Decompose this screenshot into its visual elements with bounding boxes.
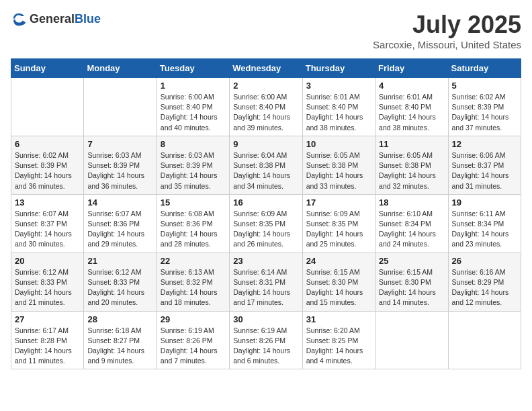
- calendar-cell: 27Sunrise: 6:17 AMSunset: 8:28 PMDayligh…: [11, 311, 84, 369]
- day-number: 31: [306, 314, 371, 324]
- day-number: 1: [161, 81, 226, 91]
- calendar-cell: 19Sunrise: 6:11 AMSunset: 8:34 PMDayligh…: [448, 194, 521, 253]
- weekday-header-friday: Friday: [375, 59, 448, 78]
- day-number: 3: [306, 81, 371, 91]
- calendar-cell: 9Sunrise: 6:04 AMSunset: 8:38 PMDaylight…: [230, 136, 302, 194]
- day-info: Sunrise: 6:01 AMSunset: 8:40 PMDaylight:…: [306, 92, 371, 133]
- logo-general-text: GeneralBlue: [30, 12, 101, 26]
- day-info: Sunrise: 6:15 AMSunset: 8:30 PMDaylight:…: [306, 267, 371, 308]
- calendar-cell: [448, 311, 521, 369]
- day-number: 18: [379, 197, 444, 208]
- sub-title: Sarcoxie, Missouri, United States: [373, 39, 521, 50]
- day-number: 20: [15, 256, 80, 266]
- day-number: 6: [15, 139, 80, 149]
- day-info: Sunrise: 6:11 AMSunset: 8:34 PMDaylight:…: [452, 209, 517, 250]
- weekday-header-sunday: Sunday: [11, 59, 84, 78]
- calendar-cell: 13Sunrise: 6:07 AMSunset: 8:37 PMDayligh…: [11, 194, 84, 253]
- day-info: Sunrise: 6:02 AMSunset: 8:39 PMDaylight:…: [452, 92, 517, 133]
- calendar-cell: [375, 311, 448, 369]
- calendar-cell: 6Sunrise: 6:02 AMSunset: 8:39 PMDaylight…: [11, 136, 84, 194]
- day-number: 12: [452, 139, 517, 149]
- day-info: Sunrise: 6:04 AMSunset: 8:38 PMDaylight:…: [233, 150, 298, 191]
- day-info: Sunrise: 6:07 AMSunset: 8:37 PMDaylight:…: [15, 209, 80, 250]
- day-info: Sunrise: 6:13 AMSunset: 8:32 PMDaylight:…: [161, 267, 226, 308]
- calendar-cell: 14Sunrise: 6:07 AMSunset: 8:36 PMDayligh…: [84, 194, 157, 253]
- calendar-cell: 7Sunrise: 6:03 AMSunset: 8:39 PMDaylight…: [84, 136, 157, 194]
- day-number: 11: [379, 139, 444, 149]
- calendar-cell: 17Sunrise: 6:09 AMSunset: 8:35 PMDayligh…: [302, 194, 375, 253]
- day-info: Sunrise: 6:08 AMSunset: 8:36 PMDaylight:…: [161, 209, 226, 250]
- day-number: 14: [87, 197, 152, 208]
- calendar-cell: 31Sunrise: 6:20 AMSunset: 8:25 PMDayligh…: [302, 311, 375, 369]
- day-info: Sunrise: 6:01 AMSunset: 8:40 PMDaylight:…: [379, 92, 444, 133]
- calendar-cell: 4Sunrise: 6:01 AMSunset: 8:40 PMDaylight…: [375, 78, 448, 136]
- day-number: 7: [87, 139, 152, 149]
- calendar-cell: 3Sunrise: 6:01 AMSunset: 8:40 PMDaylight…: [302, 78, 375, 136]
- day-info: Sunrise: 6:19 AMSunset: 8:26 PMDaylight:…: [161, 326, 226, 367]
- weekday-header-tuesday: Tuesday: [157, 59, 229, 78]
- day-info: Sunrise: 6:05 AMSunset: 8:38 PMDaylight:…: [379, 150, 444, 191]
- logo-icon: [11, 11, 27, 27]
- calendar-cell: 18Sunrise: 6:10 AMSunset: 8:34 PMDayligh…: [375, 194, 448, 253]
- title-block: July 2025 Sarcoxie, Missouri, United Sta…: [373, 11, 521, 50]
- day-info: Sunrise: 6:09 AMSunset: 8:35 PMDaylight:…: [233, 209, 298, 250]
- day-info: Sunrise: 6:10 AMSunset: 8:34 PMDaylight:…: [379, 209, 444, 250]
- day-info: Sunrise: 6:03 AMSunset: 8:39 PMDaylight:…: [87, 150, 152, 191]
- calendar-cell: 28Sunrise: 6:18 AMSunset: 8:27 PMDayligh…: [84, 311, 157, 369]
- day-info: Sunrise: 6:15 AMSunset: 8:30 PMDaylight:…: [379, 267, 444, 308]
- day-info: Sunrise: 6:00 AMSunset: 8:40 PMDaylight:…: [161, 92, 226, 133]
- day-info: Sunrise: 6:05 AMSunset: 8:38 PMDaylight:…: [306, 150, 371, 191]
- day-number: 16: [233, 197, 298, 208]
- day-number: 8: [161, 139, 226, 149]
- day-info: Sunrise: 6:06 AMSunset: 8:37 PMDaylight:…: [452, 150, 517, 191]
- calendar-cell: 12Sunrise: 6:06 AMSunset: 8:37 PMDayligh…: [448, 136, 521, 194]
- page-header: GeneralBlue July 2025 Sarcoxie, Missouri…: [11, 11, 521, 50]
- calendar-cell: 10Sunrise: 6:05 AMSunset: 8:38 PMDayligh…: [302, 136, 375, 194]
- day-number: 29: [161, 314, 226, 324]
- weekday-header-monday: Monday: [84, 59, 157, 78]
- day-info: Sunrise: 6:17 AMSunset: 8:28 PMDaylight:…: [15, 326, 80, 367]
- day-number: 15: [161, 197, 226, 208]
- day-info: Sunrise: 6:03 AMSunset: 8:39 PMDaylight:…: [161, 150, 226, 191]
- calendar-cell: 2Sunrise: 6:00 AMSunset: 8:40 PMDaylight…: [230, 78, 302, 136]
- calendar-cell: 21Sunrise: 6:12 AMSunset: 8:33 PMDayligh…: [84, 253, 157, 311]
- calendar-cell: 26Sunrise: 6:16 AMSunset: 8:29 PMDayligh…: [448, 253, 521, 311]
- weekday-header-saturday: Saturday: [448, 59, 521, 78]
- day-number: 22: [161, 256, 226, 266]
- day-number: 25: [379, 256, 444, 266]
- calendar-cell: 24Sunrise: 6:15 AMSunset: 8:30 PMDayligh…: [302, 253, 375, 311]
- day-number: 5: [452, 81, 517, 91]
- calendar-cell: [84, 78, 157, 136]
- day-number: 9: [233, 139, 298, 149]
- day-info: Sunrise: 6:20 AMSunset: 8:25 PMDaylight:…: [306, 326, 371, 367]
- day-info: Sunrise: 6:09 AMSunset: 8:35 PMDaylight:…: [306, 209, 371, 250]
- day-number: 28: [87, 314, 152, 324]
- day-number: 24: [306, 256, 371, 266]
- day-number: 13: [15, 197, 80, 208]
- day-number: 17: [306, 197, 371, 208]
- day-info: Sunrise: 6:02 AMSunset: 8:39 PMDaylight:…: [15, 150, 80, 191]
- weekday-header-wednesday: Wednesday: [230, 59, 302, 78]
- main-title: July 2025: [373, 11, 521, 39]
- calendar-cell: 30Sunrise: 6:19 AMSunset: 8:26 PMDayligh…: [230, 311, 302, 369]
- calendar-cell: 15Sunrise: 6:08 AMSunset: 8:36 PMDayligh…: [157, 194, 229, 253]
- calendar-cell: [11, 78, 84, 136]
- day-number: 19: [452, 197, 517, 208]
- calendar-cell: 16Sunrise: 6:09 AMSunset: 8:35 PMDayligh…: [230, 194, 302, 253]
- day-number: 21: [87, 256, 152, 266]
- weekday-header-thursday: Thursday: [302, 59, 375, 78]
- day-info: Sunrise: 6:18 AMSunset: 8:27 PMDaylight:…: [87, 326, 152, 367]
- calendar-cell: 29Sunrise: 6:19 AMSunset: 8:26 PMDayligh…: [157, 311, 229, 369]
- calendar-cell: 22Sunrise: 6:13 AMSunset: 8:32 PMDayligh…: [157, 253, 229, 311]
- day-info: Sunrise: 6:16 AMSunset: 8:29 PMDaylight:…: [452, 267, 517, 308]
- day-info: Sunrise: 6:07 AMSunset: 8:36 PMDaylight:…: [87, 209, 152, 250]
- day-number: 10: [306, 139, 371, 149]
- logo: GeneralBlue: [11, 11, 101, 27]
- calendar-cell: 11Sunrise: 6:05 AMSunset: 8:38 PMDayligh…: [375, 136, 448, 194]
- day-info: Sunrise: 6:12 AMSunset: 8:33 PMDaylight:…: [15, 267, 80, 308]
- day-info: Sunrise: 6:00 AMSunset: 8:40 PMDaylight:…: [233, 92, 298, 133]
- calendar-cell: 23Sunrise: 6:14 AMSunset: 8:31 PMDayligh…: [230, 253, 302, 311]
- day-number: 2: [233, 81, 298, 91]
- day-info: Sunrise: 6:12 AMSunset: 8:33 PMDaylight:…: [87, 267, 152, 308]
- day-number: 23: [233, 256, 298, 266]
